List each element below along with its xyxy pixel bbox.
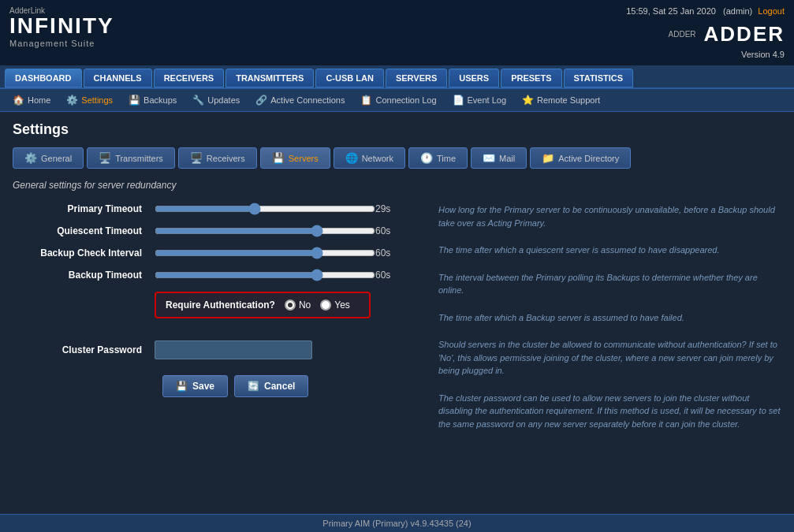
auth-yes-radio[interactable] <box>320 299 331 311</box>
primary-timeout-row: Primary Timeout 29s <box>13 203 423 214</box>
save-button[interactable]: 💾 Save <box>162 375 228 397</box>
subnav-updates[interactable]: 🔧Updates <box>186 92 246 108</box>
save-icon: 💾 <box>176 381 188 392</box>
cluster-password-input[interactable] <box>155 340 312 359</box>
subnav-backups[interactable]: 💾Backups <box>122 92 183 108</box>
subnav-event-log[interactable]: 📄Event Log <box>446 92 513 108</box>
conn-log-icon: 📋 <box>360 95 372 106</box>
event-log-icon: 📄 <box>453 95 464 106</box>
settings-tab-general[interactable]: ⚙️ General <box>13 147 84 169</box>
auth-label: Require Authentication? <box>166 299 275 311</box>
primary-timeout-value: 29s <box>375 203 403 214</box>
backup-check-interval-label: Backup Check Interval <box>13 247 155 259</box>
help-text-3: The time after which a Backup server is … <box>438 311 781 325</box>
mail-tab-icon: ✉️ <box>483 152 495 164</box>
help-column: How long for the Primary server to be co… <box>438 203 781 445</box>
backup-check-value: 60s <box>375 247 403 259</box>
nav-tabs: DASHBOARD CHANNELS RECEIVERS TRANSMITTER… <box>0 65 794 89</box>
tab-transmitters[interactable]: TRANSMITTERS <box>226 69 314 87</box>
cancel-button[interactable]: 🔄 Cancel <box>234 375 308 397</box>
footer: Primary AIM (Primary) v4.9.43435 (24) <box>0 514 794 532</box>
tab-dashboard[interactable]: DASHBOARD <box>5 69 82 87</box>
header: AdderLink INFINITY Management Suite 15:5… <box>0 0 794 65</box>
backup-check-slider-wrapper <box>155 248 375 258</box>
adder-logo: ADDER ADDER <box>669 22 785 47</box>
datetime-text: 15:59, Sat 25 Jan 2020 <box>626 6 716 16</box>
quiescent-timeout-slider-wrapper <box>155 226 375 236</box>
adder-small: ADDER <box>669 30 696 39</box>
settings-tab-transmitters[interactable]: 🖥️ Transmitters <box>87 147 175 169</box>
quiescent-timeout-row: Quiescent Timeout 60s <box>13 225 423 236</box>
auth-yes-text: Yes <box>334 299 350 311</box>
help-text-4: Should servers in the cluster be allowed… <box>438 338 781 378</box>
general-tab-icon: ⚙️ <box>24 152 37 164</box>
logo-area: AdderLink INFINITY Management Suite <box>9 6 114 48</box>
auth-yes-option[interactable]: Yes <box>320 299 350 311</box>
backup-timeout-slider[interactable] <box>155 269 375 281</box>
subnav-home[interactable]: 🏠Home <box>6 92 57 108</box>
tab-receivers[interactable]: RECEIVERS <box>154 69 225 87</box>
settings-tab-receivers[interactable]: 🖥️ Receivers <box>178 147 257 169</box>
subnav-connection-log[interactable]: 📋Connection Log <box>354 92 442 108</box>
auth-no-option[interactable]: No <box>285 299 311 311</box>
cancel-icon: 🔄 <box>248 381 259 392</box>
updates-icon: 🔧 <box>192 95 204 106</box>
backup-timeout-value: 60s <box>375 270 403 281</box>
user-text: (admin) <box>723 6 752 16</box>
general-settings-label: General settings for server redundancy <box>13 180 781 191</box>
primary-timeout-slider[interactable] <box>155 203 375 215</box>
subnav-remote-support[interactable]: ⭐Remote Support <box>516 92 606 108</box>
settings-tab-mail[interactable]: ✉️ Mail <box>471 147 527 169</box>
quiescent-timeout-slider[interactable] <box>155 225 375 237</box>
settings-tab-servers[interactable]: 💾 Servers <box>260 147 330 169</box>
button-row: 💾 Save 🔄 Cancel <box>162 375 423 397</box>
help-text-5: The cluster password can be used to allo… <box>438 392 781 431</box>
subnav-active-connections[interactable]: 🔗Active Connections <box>249 92 351 108</box>
tab-cusb-lan[interactable]: C-USB LAN <box>315 69 384 87</box>
auth-no-text: No <box>299 299 311 311</box>
auth-no-radio[interactable] <box>285 299 296 311</box>
quiescent-timeout-value: 60s <box>375 225 403 236</box>
time-tab-icon: 🕐 <box>420 152 433 164</box>
main-content: Settings ⚙️ General 🖥️ Transmitters 🖥️ R… <box>0 112 794 490</box>
tab-servers[interactable]: SERVERS <box>386 69 447 87</box>
help-text-0: How long for the Primary server to be co… <box>438 203 781 229</box>
help-text-1: The time after which a quiescent server … <box>438 244 781 257</box>
active-directory-tab-icon: 📁 <box>542 152 554 164</box>
home-icon: 🏠 <box>13 95 24 106</box>
cluster-password-row: Cluster Password <box>13 340 423 359</box>
network-tab-icon: 🌐 <box>345 152 358 164</box>
receivers-tab-icon: 🖥️ <box>190 152 203 164</box>
tab-channels[interactable]: CHANNELS <box>84 69 152 87</box>
backup-check-slider[interactable] <box>155 247 375 259</box>
subnav-settings[interactable]: ⚙️Settings <box>60 92 119 108</box>
transmitters-tab-icon: 🖥️ <box>99 152 111 164</box>
datetime-display: 15:59, Sat 25 Jan 2020 (admin) Logout <box>626 6 785 16</box>
backup-check-interval-row: Backup Check Interval 60s <box>13 247 423 259</box>
infinity-logo: INFINITY <box>9 15 114 37</box>
management-suite-label: Management Suite <box>9 39 114 48</box>
settings-tab-time[interactable]: 🕐 Time <box>408 147 468 169</box>
primary-timeout-label: Primary Timeout <box>13 203 155 214</box>
connections-icon: 🔗 <box>255 95 267 106</box>
tab-users[interactable]: USERS <box>449 69 499 87</box>
settings-icon: ⚙️ <box>66 95 78 106</box>
tab-statistics[interactable]: STATISTICS <box>564 69 634 87</box>
settings-tab-active-directory[interactable]: 📁 Active Directory <box>530 147 631 169</box>
sub-nav: 🏠Home ⚙️Settings 💾Backups 🔧Updates 🔗Acti… <box>0 89 794 112</box>
header-right: 15:59, Sat 25 Jan 2020 (admin) Logout AD… <box>626 6 785 59</box>
primary-timeout-slider-wrapper <box>155 204 375 214</box>
footer-text: Primary AIM (Primary) v4.9.43435 (24) <box>322 519 471 528</box>
page-title: Settings <box>13 121 781 138</box>
backup-timeout-slider-wrapper <box>155 270 375 280</box>
settings-tab-network[interactable]: 🌐 Network <box>334 147 405 169</box>
backup-timeout-row: Backup Timeout 60s <box>13 270 423 281</box>
logout-link[interactable]: Logout <box>758 6 785 16</box>
backups-icon: 💾 <box>129 95 140 106</box>
backup-timeout-label: Backup Timeout <box>13 270 155 281</box>
adder-logo-text: ADDER <box>704 22 785 47</box>
version-text: Version 4.9 <box>741 50 785 59</box>
tab-presets[interactable]: PRESETS <box>501 69 561 87</box>
auth-control: Require Authentication? No Yes <box>155 292 371 318</box>
help-text-2: The interval between the Primary polling… <box>438 271 781 297</box>
